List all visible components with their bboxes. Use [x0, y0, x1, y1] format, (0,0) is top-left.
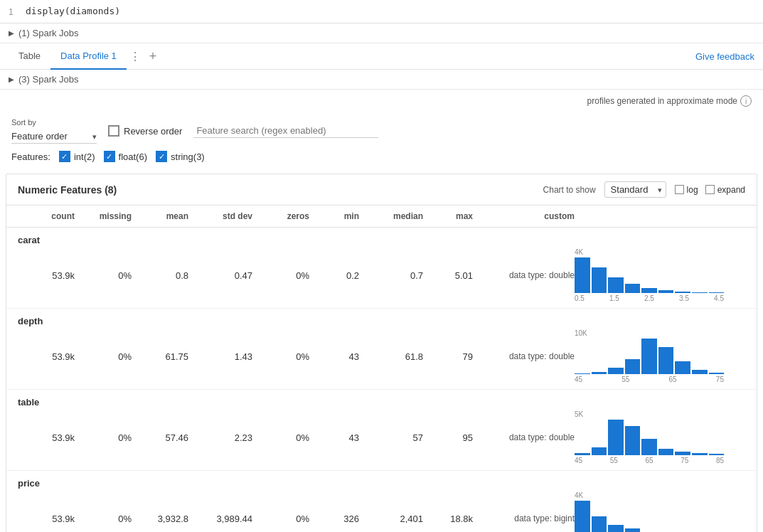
hist-bar: [692, 292, 708, 293]
hist-bar: [709, 373, 725, 374]
give-feedback-link[interactable]: Give feedback: [695, 51, 754, 62]
numeric-title: Numeric Features (8): [18, 184, 117, 196]
add-tab-button[interactable]: +: [144, 49, 163, 64]
col-custom: custom: [473, 211, 575, 221]
code-cell: 1 display(diamonds): [0, 0, 763, 23]
custom-col: data type: double: [473, 351, 575, 361]
hist-bar: [608, 420, 624, 455]
tab-table[interactable]: Table: [9, 43, 50, 70]
hist-bar: [641, 439, 657, 455]
col-mean: mean: [132, 211, 188, 221]
log-label: log: [687, 185, 698, 195]
custom-col: data type: double: [473, 432, 575, 442]
reverse-order-checkbox[interactable]: [108, 125, 119, 137]
sort-select-wrap: Feature order Name Missing % ▾: [11, 129, 97, 144]
features-row: Features: int(2) float(6) string(3): [0, 147, 763, 168]
tabs-bar: Table Data Profile 1 ⋮ + Give feedback: [0, 43, 763, 70]
hist-bar: [641, 339, 657, 374]
col-median: median: [359, 211, 423, 221]
reverse-order-label: Reverse order: [124, 126, 182, 137]
log-expand-wrap: log expand: [675, 185, 745, 195]
table-row: depth53.9k0%61.751.430%4361.879data type…: [6, 309, 757, 390]
hist-bar: [692, 370, 708, 374]
reverse-order-wrap: Reverse order: [108, 125, 182, 137]
feature-chip-string: string(3): [156, 151, 205, 162]
hist-bar: [625, 528, 641, 532]
feature-name: table: [18, 393, 745, 409]
feature-data-row: 53.9k0%3,932.83,989.440%3262,40118.8kdat…: [18, 490, 745, 532]
col-min: min: [309, 211, 359, 221]
hist-bar: [592, 516, 607, 532]
feature-name: carat: [18, 230, 745, 247]
hist-bar: [658, 347, 674, 374]
feature-chip-int: int(2): [59, 151, 95, 162]
int-checkbox[interactable]: [59, 151, 70, 162]
histogram: 10K45556575: [575, 329, 738, 383]
chart-to-show-select[interactable]: Standard Quantile: [604, 181, 666, 198]
hist-bar: [641, 288, 657, 293]
string-checkbox[interactable]: [156, 151, 167, 162]
hist-bar: [709, 454, 725, 455]
hist-bar: [692, 453, 708, 455]
hist-bar: [608, 525, 624, 532]
feature-chip-float: float(6): [104, 151, 147, 162]
line-number: 1: [9, 6, 20, 17]
feature-name: price: [18, 474, 745, 490]
expand-option[interactable]: expand: [705, 185, 745, 195]
numeric-section-header: Numeric Features (8) Chart to show Stand…: [6, 174, 757, 206]
controls-bar: Sort by Feature order Name Missing % ▾ R…: [0, 112, 763, 147]
hist-bar: [675, 292, 690, 293]
col-count: count: [18, 211, 75, 221]
col-std-dev: std dev: [188, 211, 252, 221]
feature-data-row: 53.9k0%57.462.230%435795data type: doubl…: [18, 409, 745, 467]
info-icon[interactable]: i: [740, 95, 752, 107]
table-row: table53.9k0%57.462.230%435795data type: …: [6, 390, 757, 471]
feature-name: depth: [18, 312, 745, 328]
hist-bar: [625, 359, 641, 374]
feature-search-input[interactable]: [193, 124, 378, 138]
hist-bar: [608, 368, 624, 374]
histogram: 5K4555657585: [575, 410, 738, 464]
profile-info-bar: profiles generated in approximate mode i: [0, 90, 763, 112]
histogram: 4K0.51.52.53.54.5: [575, 248, 738, 302]
tab-options-icon[interactable]: ⋮: [127, 50, 144, 63]
expand-checkbox[interactable]: [705, 185, 715, 194]
hist-bar: [658, 449, 674, 455]
hist-bar: [675, 452, 690, 455]
sort-select[interactable]: Feature order Name Missing %: [11, 129, 97, 144]
chart-to-show-label: Chart to show: [543, 185, 596, 195]
float-label: float(6): [119, 151, 147, 162]
col-zeros: zeros: [252, 211, 309, 221]
custom-col: data type: bigint: [473, 514, 575, 523]
hist-bar: [709, 292, 725, 293]
col-missing: missing: [75, 211, 132, 221]
spark-jobs-1[interactable]: ▶ (1) Spark Jobs: [0, 23, 763, 43]
hist-bar: [575, 257, 590, 293]
sort-by-control: Sort by Feature order Name Missing % ▾: [11, 118, 97, 144]
hist-bar: [592, 447, 607, 455]
feature-data-row: 53.9k0%0.80.470%0.20.75.01data type: dou…: [18, 247, 745, 305]
sort-by-label: Sort by: [11, 118, 97, 127]
spark-jobs-1-label: (1) Spark Jobs: [18, 28, 79, 38]
numeric-section: Numeric Features (8) Chart to show Stand…: [6, 174, 757, 532]
histogram: 4K2K6K10K14K: [575, 491, 738, 532]
hist-bar: [608, 277, 624, 293]
custom-col: data type: double: [473, 270, 575, 280]
triangle-icon: ▶: [9, 29, 14, 37]
col-chart: [575, 211, 745, 221]
log-checkbox[interactable]: [675, 185, 684, 194]
spark-jobs-2[interactable]: ▶ (3) Spark Jobs: [0, 70, 763, 90]
table-header: count missing mean std dev zeros min med…: [6, 206, 757, 228]
log-option[interactable]: log: [675, 185, 698, 195]
hist-bar: [625, 426, 641, 455]
hist-bar: [658, 290, 674, 293]
hist-bar: [575, 501, 590, 532]
hist-bar: [675, 361, 690, 374]
float-checkbox[interactable]: [104, 151, 115, 162]
hist-bar: [592, 267, 607, 293]
tab-data-profile[interactable]: Data Profile 1: [50, 43, 127, 70]
hist-bar: [592, 372, 607, 374]
string-label: string(3): [171, 151, 205, 162]
hist-bar: [575, 453, 590, 455]
expand-label: expand: [717, 185, 745, 195]
